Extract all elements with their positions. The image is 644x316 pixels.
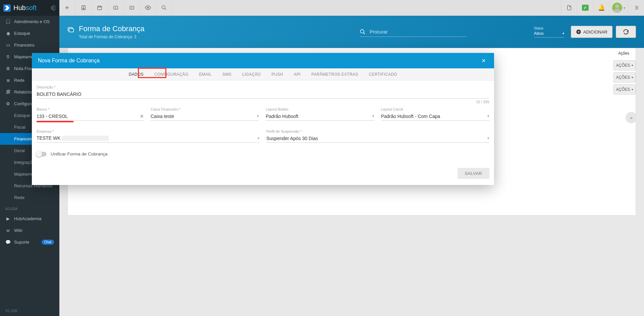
list-icon[interactable]: [628, 0, 644, 16]
descricao-counter: 15 / 255: [476, 100, 489, 104]
row-actions-button[interactable]: AÇÕES▾: [613, 84, 636, 94]
caixa-select[interactable]: Caixa teste ▾: [151, 112, 259, 121]
sidebar-item-label: Estoque: [14, 31, 30, 36]
sidebar-item-estoque[interactable]: ◉Estoque: [0, 27, 59, 39]
tab-api[interactable]: API: [294, 68, 301, 80]
tab-parâmetros-extras[interactable]: PARÂMETROS EXTRAS: [311, 68, 358, 80]
avatar-icon: [612, 3, 622, 13]
sidebar-item-label: HubAcademia: [14, 216, 42, 221]
brand-hub: Hub: [13, 4, 26, 11]
layout-carne-select[interactable]: Padrão Hubsoft - Com Capa ▾: [381, 112, 489, 121]
calendar-icon[interactable]: [92, 0, 108, 16]
inbox-icon[interactable]: [124, 0, 140, 16]
report-icon: 🗐: [5, 89, 11, 94]
search-icon: [360, 28, 366, 35]
page-header-icon: [67, 26, 74, 33]
cube-icon: ◉: [5, 31, 11, 36]
unificar-toggle[interactable]: [37, 152, 47, 156]
sidebar-subitem-rede[interactable]: Rede: [0, 192, 59, 203]
page-subtitle: Total de Formas de Cobrança: 3: [79, 35, 145, 39]
tab-sms[interactable]: SMS: [222, 68, 231, 80]
refresh-button[interactable]: [616, 26, 636, 38]
tab-configuração[interactable]: CONFIGURAÇÃO: [154, 68, 189, 80]
tab-email[interactable]: EMAIL: [199, 68, 212, 80]
sidebar-item-atendimento-e-os[interactable]: 🎧Atendimento e OS: [0, 16, 59, 27]
add-button[interactable]: ADICIONAR: [571, 26, 612, 38]
sidebar-item-financeiro[interactable]: ▭Financeiro: [0, 39, 59, 51]
svg-rect-2: [98, 6, 102, 10]
sidebar-item-label: Suporte: [14, 240, 30, 245]
layout-boleto-select[interactable]: Padrão Hubsoft ▾: [266, 112, 374, 121]
tab-push[interactable]: PUSH: [271, 68, 283, 80]
modal-close-button[interactable]: [479, 56, 488, 65]
version-label: V1.109: [5, 309, 17, 313]
sidebar-item-label: Fiscal: [14, 125, 25, 130]
money-icon[interactable]: $: [108, 0, 124, 16]
sidebar-item-label: Rede: [14, 195, 24, 200]
sidebar-item-label: Wiki: [14, 228, 22, 233]
sidebar-help-wiki[interactable]: wWiki: [0, 225, 59, 236]
collapse-sidebar-button[interactable]: ∈: [51, 4, 56, 12]
perfil-suspensao-value: Suspender Após 30 Dias: [266, 136, 485, 141]
page-search[interactable]: [360, 27, 467, 37]
pdf-icon[interactable]: [561, 0, 577, 16]
status-label: Status: [534, 26, 564, 30]
svg-point-10: [360, 29, 364, 33]
descricao-input[interactable]: [37, 91, 489, 97]
empresa-label: Empresa *: [37, 129, 260, 133]
status-value: Ativo: [534, 31, 544, 36]
status-filter[interactable]: Status Ativo ▾: [534, 26, 564, 38]
tab-certificado[interactable]: CERTIFICADO: [369, 68, 397, 80]
sidebar-item-label: Atendimento e OS: [14, 19, 50, 24]
page-search-input[interactable]: [368, 27, 467, 37]
chevron-down-icon: ▾: [257, 114, 259, 118]
person-icon[interactable]: [75, 0, 92, 16]
back-button[interactable]: [59, 0, 75, 16]
sidebar-item-label: Rede: [14, 78, 24, 83]
svg-point-6: [147, 7, 149, 9]
alerts-icon[interactable]: 🔔: [593, 0, 609, 16]
modal-tabs: DADOSCONFIGURAÇÃOEMAILSMSLIGAÇÃOPUSHAPIP…: [32, 68, 494, 80]
user-menu[interactable]: ▾: [609, 0, 628, 16]
banco-input[interactable]: [37, 114, 138, 119]
eye-icon[interactable]: [140, 0, 156, 16]
logo-text: Hubsoft: [13, 4, 37, 12]
sidebar-help-hubacademia[interactable]: ▶HubAcademia: [0, 213, 59, 225]
chevron-down-icon: ▾: [258, 136, 260, 140]
tab-ligação[interactable]: LIGAÇÃO: [242, 68, 261, 80]
perfil-suspensao-select[interactable]: Suspender Após 30 Dias ▾: [266, 134, 489, 143]
caixa-value: Caixa teste: [151, 114, 255, 119]
empresa-select[interactable]: TESTE WK ▾: [37, 134, 260, 143]
row-actions-button[interactable]: AÇÕES▾: [613, 60, 636, 70]
descricao-label: Descrição *: [37, 85, 489, 89]
chevron-down-icon: ▾: [372, 114, 374, 118]
search-icon[interactable]: [156, 0, 172, 16]
modal-nova-forma-cobranca: Nova Forma de Cobrança DADOSCONFIGURAÇÃO…: [32, 53, 494, 185]
banco-clear-button[interactable]: ✕: [140, 114, 144, 119]
annotation-underline: [37, 121, 73, 122]
banco-label: Banco *: [37, 107, 144, 111]
notifications-ok-icon[interactable]: ✔: [577, 0, 593, 16]
pin-icon: ⚲: [5, 54, 11, 59]
perfil-suspensao-label: Perfil de Suspensão *: [266, 129, 489, 133]
sidebar-item-label: Financeiro: [14, 43, 35, 48]
page-header: Forma de Cobrança Total de Formas de Cob…: [59, 16, 644, 48]
sidebar-item-label: Relatórios: [14, 89, 34, 94]
brand-soft: soft: [26, 4, 37, 11]
topbar: $ ✔ 🔔 ▾: [59, 0, 644, 16]
chevron-down-icon: ▾: [487, 136, 489, 140]
gear-icon: ⚙: [5, 101, 11, 106]
wallet-icon: ▭: [5, 43, 11, 48]
sidebar-item-label: Geral: [14, 148, 25, 153]
unificar-toggle-label: Unificar Forma de Cobrança: [51, 151, 108, 156]
help-section-label: AJUDA: [0, 203, 59, 213]
modal-title: Nova Forma de Cobrança: [38, 58, 100, 64]
caixa-label: Caixa Financeiro *: [151, 107, 259, 111]
save-button[interactable]: SALVAR: [458, 168, 489, 179]
sidebar-help-suporte[interactable]: 💬SuporteChat: [0, 236, 59, 248]
tab-dados[interactable]: DADOS: [129, 68, 144, 80]
row-actions-button[interactable]: AÇÕES▾: [613, 72, 636, 82]
network-icon: ≣: [5, 78, 11, 83]
youtube-icon: ▶: [5, 216, 11, 221]
expand-panel-button[interactable]: »: [626, 112, 637, 123]
